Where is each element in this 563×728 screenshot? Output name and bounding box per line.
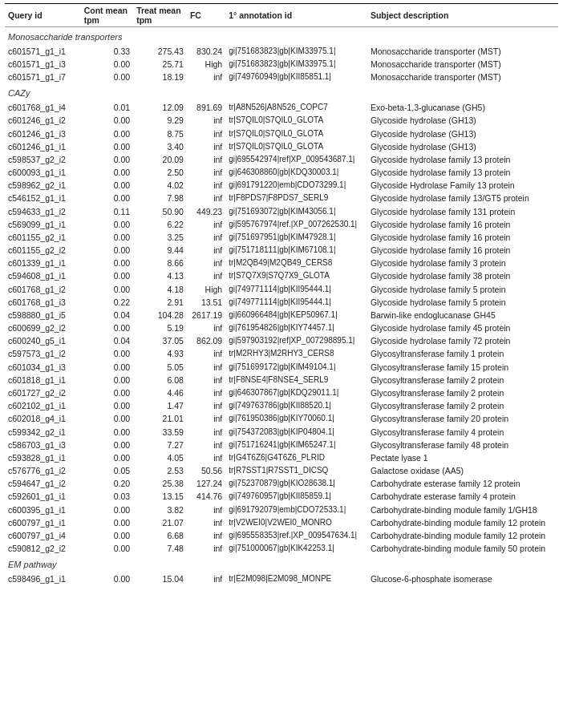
cell-cont-mean: 0.01 xyxy=(81,101,133,114)
cell-subject-desc: Glycosyltransferase family 2 protein xyxy=(367,399,558,412)
cell-cont-mean: 0.00 xyxy=(81,192,133,204)
cell-query-id: c601034_g1_i3 xyxy=(5,361,81,374)
table-row: c601246_g1_i30.008.75inftr|S7QIL0|S7QIL0… xyxy=(5,127,558,140)
cell-query-id: c601155_g2_i1 xyxy=(5,231,81,244)
cell-query-id: c598962_g2_i1 xyxy=(5,179,81,192)
cell-query-id: c601246_g1_i3 xyxy=(5,127,81,140)
cell-cont-mean: 0.00 xyxy=(81,218,133,231)
cell-treat-mean: 2.91 xyxy=(133,296,187,309)
cell-annotation-id: tr|A8N526|A8N526_COPC7 xyxy=(225,101,367,114)
cell-query-id: c601246_g1_i1 xyxy=(5,140,81,153)
col-header-subject: Subject description xyxy=(367,4,558,27)
cell-query-id: c601768_g1_i3 xyxy=(5,296,81,309)
cell-query-id: c594647_g1_i2 xyxy=(5,477,81,490)
cell-fc: 2617.19 xyxy=(187,309,225,322)
cell-treat-mean: 6.22 xyxy=(133,218,187,231)
cell-annotation-id: tr|G4T6Z6|G4T6Z6_PLRID xyxy=(225,451,367,464)
cell-fc: inf xyxy=(187,451,225,464)
cell-treat-mean: 4.93 xyxy=(133,347,187,360)
table-row: c601571_g1_i10.33275.43830.24gi|75168382… xyxy=(5,45,558,58)
cell-annotation-id: gi|751000067|gb|KIK42253.1| xyxy=(225,542,367,555)
cell-annotation-id: gi|749760949|gb|KII85851.1| xyxy=(225,71,367,83)
cell-cont-mean: 0.00 xyxy=(81,127,133,140)
table-row: c601768_g1_i20.004.18Highgi|749771114|gb… xyxy=(5,283,558,296)
data-table: Query id Cont meantpm Treat meantpm FC 1… xyxy=(5,3,558,585)
cell-annotation-id: tr|V2WEI0|V2WEI0_MONRO xyxy=(225,516,367,529)
cell-subject-desc: Glycoside hydrolase (GH13) xyxy=(367,140,558,153)
cell-cont-mean: 0.33 xyxy=(81,45,133,58)
cell-query-id: c569099_g1_i1 xyxy=(5,218,81,231)
table-row: c602018_g4_i10.0021.01infgi|761950386|gb… xyxy=(5,412,558,425)
cell-treat-mean: 2.53 xyxy=(133,464,187,477)
cell-annotation-id: gi|646308860|gb|KDQ30003.1| xyxy=(225,166,367,179)
cell-annotation-id: gi|695558353|ref.|XP_009547634.1| xyxy=(225,529,367,542)
cell-query-id: c598537_g2_i2 xyxy=(5,153,81,166)
cell-fc: inf xyxy=(187,504,225,516)
cell-fc: inf xyxy=(187,412,225,425)
cell-treat-mean: 9.29 xyxy=(133,114,187,127)
cell-fc: inf xyxy=(187,127,225,140)
cell-treat-mean: 7.48 xyxy=(133,542,187,555)
cell-fc: 830.24 xyxy=(187,45,225,58)
cell-treat-mean: 25.71 xyxy=(133,58,187,71)
cell-cont-mean: 0.00 xyxy=(81,71,133,83)
table-row: c592601_g1_i10.0313.15414.76gi|749760957… xyxy=(5,490,558,503)
cell-query-id: c600699_g2_i2 xyxy=(5,322,81,334)
cell-fc: inf xyxy=(187,153,225,166)
cell-query-id: c601818_g1_i1 xyxy=(5,374,81,386)
table-row: c576776_g1_i20.052.5350.56tr|R7SST1|R7SS… xyxy=(5,464,558,477)
cell-treat-mean: 6.68 xyxy=(133,529,187,542)
table-row: c601155_g2_i10.003.25infgi|751697951|gb|… xyxy=(5,231,558,244)
cell-cont-mean: 0.00 xyxy=(81,179,133,192)
cell-query-id: c599342_g2_i1 xyxy=(5,426,81,439)
table-row: c601768_g1_i30.222.9113.51gi|749771114|g… xyxy=(5,296,558,309)
cell-subject-desc: Carbohydrate esterase family 4 protein xyxy=(367,490,558,503)
cell-annotation-id: gi|754372083|gb|KIP04804.1| xyxy=(225,426,367,439)
cell-fc: inf xyxy=(187,114,225,127)
cell-subject-desc: Glycosyltransferase family 2 protein xyxy=(367,374,558,386)
cell-subject-desc: Carbohydrate-binding module family 12 pr… xyxy=(367,529,558,542)
cell-treat-mean: 50.90 xyxy=(133,205,187,218)
cell-fc: inf xyxy=(187,374,225,386)
cell-annotation-id: tr|M2QB49|M2QB49_CERS8 xyxy=(225,257,367,269)
cell-treat-mean: 8.75 xyxy=(133,127,187,140)
cell-annotation-id: gi|749771114|gb|KII95444.1| xyxy=(225,296,367,309)
section-label: Monosaccharide transporters xyxy=(5,27,558,45)
cell-cont-mean: 0.00 xyxy=(81,412,133,425)
cell-cont-mean: 0.00 xyxy=(81,140,133,153)
cell-treat-mean: 5.19 xyxy=(133,322,187,334)
cell-fc: 127.24 xyxy=(187,477,225,490)
cell-treat-mean: 25.38 xyxy=(133,477,187,490)
cell-subject-desc: Glycoside hydrolase family 72 protein xyxy=(367,334,558,347)
cell-annotation-id: tr|S7Q7X9|S7Q7X9_GLOTA xyxy=(225,269,367,282)
cell-annotation-id: gi|660966484|gb|KEP50967.1| xyxy=(225,309,367,322)
section-header-row: EM pathway xyxy=(5,555,558,572)
cell-treat-mean: 21.07 xyxy=(133,516,187,529)
cell-annotation-id: gi|752370879|gb|KIO28638.1| xyxy=(225,477,367,490)
table-row: c597573_g1_i20.004.93inftr|M2RHY3|M2RHY3… xyxy=(5,347,558,360)
cell-cont-mean: 0.03 xyxy=(81,490,133,503)
cell-fc: 50.56 xyxy=(187,464,225,477)
table-row: c600240_g5_i10.0437.05862.09gi|597903192… xyxy=(5,334,558,347)
col-header-query-id: Query id xyxy=(5,4,81,27)
cell-annotation-id: tr|F8PDS7|F8PDS7_SERL9 xyxy=(225,192,367,204)
table-row: c599342_g2_i10.0033.59infgi|754372083|gb… xyxy=(5,426,558,439)
cell-subject-desc: Glycosyltransferase family 2 protein xyxy=(367,386,558,399)
cell-cont-mean: 0.00 xyxy=(81,166,133,179)
cell-cont-mean: 0.11 xyxy=(81,205,133,218)
cell-query-id: c600797_g1_i4 xyxy=(5,529,81,542)
cell-fc: inf xyxy=(187,529,225,542)
table-row: c600797_g1_i10.0021.07inftr|V2WEI0|V2WEI… xyxy=(5,516,558,529)
cell-cont-mean: 0.00 xyxy=(81,269,133,282)
cell-treat-mean: 13.15 xyxy=(133,490,187,503)
cell-fc: 414.76 xyxy=(187,490,225,503)
cell-annotation-id: gi|751693072|gb|KIM43056.1| xyxy=(225,205,367,218)
cell-fc: inf xyxy=(187,439,225,451)
cell-query-id: c593828_g1_i1 xyxy=(5,451,81,464)
cell-annotation-id: gi|691792079|emb|CDO72533.1| xyxy=(225,504,367,516)
table-row: c600699_g2_i20.005.19infgi|761954826|gb|… xyxy=(5,322,558,334)
cell-subject-desc: Monosaccharide transporter (MST) xyxy=(367,45,558,58)
cell-subject-desc: Glycoside hydrolase family 16 protein xyxy=(367,218,558,231)
cell-query-id: c600395_g1_i1 xyxy=(5,504,81,516)
cell-subject-desc: Exo-beta-1,3-glucanase (GH5) xyxy=(367,101,558,114)
